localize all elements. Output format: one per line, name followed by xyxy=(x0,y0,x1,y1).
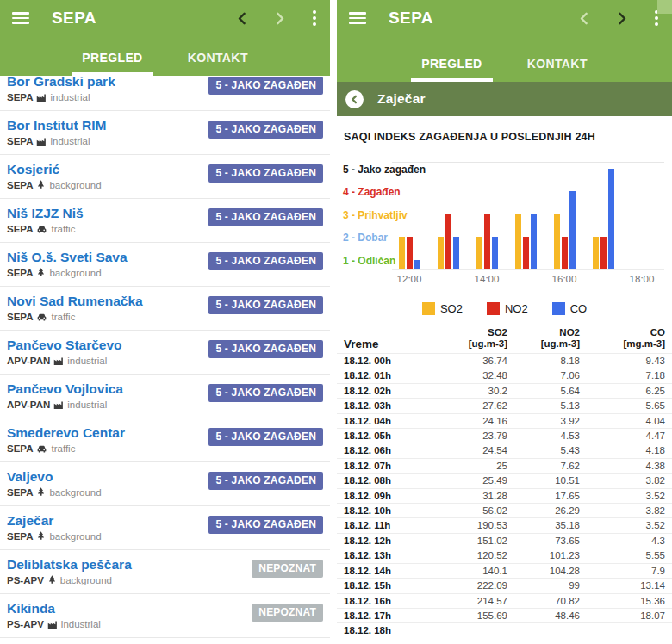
table-row: 18.12. 13h120.52101.235.55 xyxy=(337,548,672,563)
station-list-item[interactable]: Smederevo CentarSEPAtraffic5 - JAKO ZAGA… xyxy=(0,418,330,462)
station-list-item[interactable]: ValjevoSEPAbackground5 - JAKO ZAGAĐEN xyxy=(0,462,330,506)
station-list-item[interactable]: Novi Sad RumenačkaSEPAtraffic5 - JAKO ZA… xyxy=(0,287,330,331)
station-network-label: APV-PAN xyxy=(7,399,50,410)
time-cell: 18.12. 10h xyxy=(337,504,439,518)
bar-so2-13:00 xyxy=(438,237,444,269)
column-header-so2: SO2[ug.m-3] xyxy=(439,325,514,354)
station-meta: APV-PANindustrial xyxy=(7,399,123,410)
table-row: 18.12. 08h25.4910.513.82 xyxy=(337,474,672,488)
station-name: Bor Institut RIM xyxy=(7,117,106,133)
forward-chevron-icon[interactable] xyxy=(272,11,287,26)
value-cell: 5.13 xyxy=(514,399,587,413)
bar-so2-14:00 xyxy=(476,237,482,269)
bar-no2-16:00 xyxy=(562,237,568,269)
table-row: 18.12. 17h155.6948.4618.07 xyxy=(337,608,672,622)
value-cell: 222.09 xyxy=(439,579,514,593)
table-row: 18.12. 14h140.1104.287.9 xyxy=(337,563,672,578)
legend-label: SO2 xyxy=(440,302,463,315)
station-list-item[interactable]: Deliblatska peščaraPS-APVbackgroundNEPOZ… xyxy=(0,550,330,594)
status-badge: 5 - JAKO ZAGAĐEN xyxy=(208,252,323,270)
station-list-item[interactable]: KikindaPS-APVindustrialNEPOZNAT xyxy=(0,594,330,638)
bar-so2-17:00 xyxy=(593,237,599,269)
value-cell: 5.65 xyxy=(587,399,672,413)
station-name: Novi Sad Rumenačka xyxy=(7,293,143,309)
tab-bar: PREGLEDKONTAKT xyxy=(0,36,330,76)
bar-co-13:00 xyxy=(453,237,459,269)
time-cell: 18.12. 02h xyxy=(337,383,439,398)
value-cell: 3.52 xyxy=(587,518,672,533)
station-name: Zaječar xyxy=(7,512,102,529)
station-info: ValjevoSEPAbackground xyxy=(7,468,102,498)
tab-kontakt[interactable]: KONTAKT xyxy=(520,57,594,82)
time-cell: 18.12. 05h xyxy=(337,429,439,443)
car-icon xyxy=(36,444,47,454)
x-axis-label: 14:00 xyxy=(475,274,500,284)
tab-pregled[interactable]: PREGLED xyxy=(414,57,488,82)
value-cell: 5.43 xyxy=(514,443,587,458)
time-cell: 18.12. 14h xyxy=(337,563,439,578)
station-meta: SEPAbackground xyxy=(7,180,102,190)
station-network-label: SEPA xyxy=(7,531,33,542)
station-list-item[interactable]: Niš O.š. Sveti SavaSEPAbackground5 - JAK… xyxy=(0,243,330,287)
bar-so2-15:00 xyxy=(515,214,521,269)
station-info: KosjerićSEPAbackground xyxy=(7,161,102,190)
back-chevron-icon[interactable] xyxy=(577,11,592,26)
forward-chevron-icon[interactable] xyxy=(614,11,629,26)
value-cell: 3.52 xyxy=(587,488,672,503)
bar-no2-17:00 xyxy=(600,237,607,269)
menu-icon[interactable] xyxy=(12,12,29,24)
station-type-label: traffic xyxy=(51,224,75,234)
y-axis-label: 2 - Dobar xyxy=(343,232,388,244)
time-cell: 18.12. 08h xyxy=(337,474,439,488)
measurements-table: VremeSO2[ug.m-3]NO2[ug.m-3]CO[mg.m-3] 18… xyxy=(337,325,672,638)
table-row: 18.12. 05h23.794.534.47 xyxy=(337,429,672,443)
station-list-item[interactable]: ZaječarSEPAbackground5 - JAKO ZAGAĐEN xyxy=(0,506,330,550)
value-cell: 4.04 xyxy=(587,413,672,428)
station-network-label: SEPA xyxy=(7,443,33,454)
overflow-menu-icon[interactable] xyxy=(311,9,318,28)
factory-icon xyxy=(53,356,64,366)
menu-icon[interactable] xyxy=(349,12,366,24)
station-type-label: industrial xyxy=(67,399,107,410)
station-type-label: background xyxy=(49,531,101,542)
value-cell: 155.69 xyxy=(439,608,514,622)
station-list-screen: SEPA PREGLEDKONTAKT Bor Gradski parkSEPA… xyxy=(0,0,330,644)
legend-item-so2: SO2 xyxy=(422,302,463,315)
station-type-label: industrial xyxy=(50,136,90,146)
station-network-label: SEPA xyxy=(7,92,33,102)
station-list-item[interactable]: Bor Institut RIMSEPAindustrial5 - JAKO Z… xyxy=(0,111,330,155)
value-cell: 6.25 xyxy=(587,383,672,398)
time-cell: 18.12. 16h xyxy=(337,593,439,608)
station-list-item[interactable]: Niš IZJZ NišSEPAtraffic5 - JAKO ZAGAĐEN xyxy=(0,199,330,243)
station-type-label: background xyxy=(49,180,101,190)
value-cell: 104.28 xyxy=(514,563,587,578)
bar-co-12:00 xyxy=(414,260,420,269)
app-title: SEPA xyxy=(389,9,433,28)
station-info: ZaječarSEPAbackground xyxy=(7,512,102,542)
legend-item-no2: NO2 xyxy=(487,302,528,315)
value-cell: 32.48 xyxy=(439,368,514,383)
station-list-item[interactable]: Pančevo VojlovicaAPV-PANindustrial5 - JA… xyxy=(0,375,330,418)
station-meta: SEPAtraffic xyxy=(7,443,125,454)
station-detail-screen: SEPA PREGLEDKONTAKT Zaječar SAQI INDEKS … xyxy=(337,0,672,644)
station-list-item[interactable]: Pančevo StarčevoAPV-PANindustrial5 - JAK… xyxy=(0,331,330,375)
value-cell: 120.52 xyxy=(439,548,514,563)
legend-swatch xyxy=(487,302,500,315)
station-info: KikindaPS-APVindustrial xyxy=(7,600,101,629)
station-type-label: background xyxy=(60,575,112,585)
tab-kontakt[interactable]: KONTAKT xyxy=(181,51,255,76)
value-cell: 214.57 xyxy=(439,593,514,608)
back-chevron-icon[interactable] xyxy=(235,11,250,26)
value-cell: 24.16 xyxy=(439,413,514,428)
station-type-label: industrial xyxy=(61,619,101,629)
value-cell: 27.62 xyxy=(439,399,514,413)
back-button[interactable] xyxy=(345,90,364,108)
tab-pregled[interactable]: PREGLED xyxy=(75,51,149,76)
station-meta: SEPAtraffic xyxy=(7,312,143,322)
legend-swatch xyxy=(552,302,565,315)
factory-icon xyxy=(36,93,47,102)
table-row: 18.12. 09h31.2817.653.52 xyxy=(337,488,672,503)
station-info: Niš IZJZ NišSEPAtraffic xyxy=(7,205,84,234)
station-list-item[interactable]: KosjerićSEPAbackground5 - JAKO ZAGAĐEN xyxy=(0,155,330,199)
value-cell: 36.74 xyxy=(439,354,514,368)
